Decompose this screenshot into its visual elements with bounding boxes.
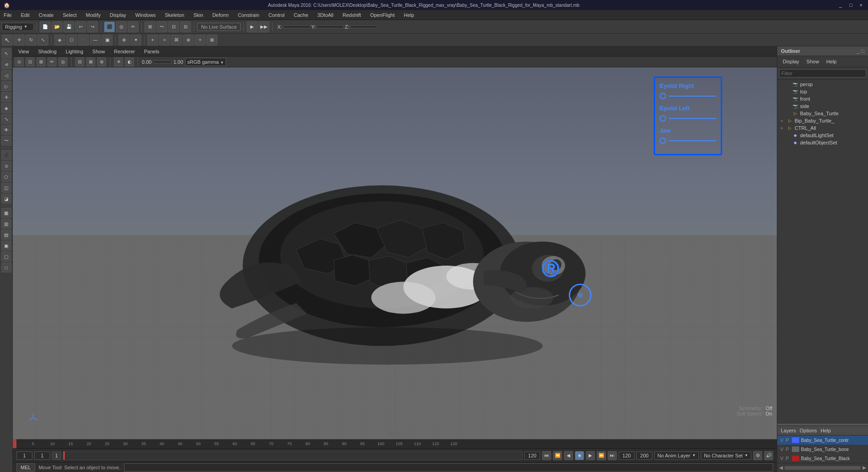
z-input[interactable]	[350, 26, 377, 28]
go-to-end-button[interactable]: ⏭	[608, 451, 617, 460]
menu-constrain[interactable]: Constrain	[236, 11, 261, 19]
rig-eyelid-left-slider[interactable]	[660, 115, 716, 122]
viewport-menu-show[interactable]: Show	[91, 48, 107, 55]
new-file-button[interactable]: 📄	[40, 21, 51, 32]
rotate-left-button[interactable]: ◈	[1, 103, 11, 113]
outliner-scroll-left[interactable]: ◀	[779, 465, 783, 471]
outliner-show-menu[interactable]: Show	[805, 58, 821, 65]
paint-select-left-button[interactable]: ◁	[1, 70, 11, 80]
menu-create[interactable]: Create	[37, 11, 56, 19]
frame-end-left-input[interactable]	[524, 451, 540, 460]
left-btn-render6[interactable]: □	[1, 262, 11, 272]
tree-item-side[interactable]: 📷 side	[777, 103, 868, 110]
left-btn-circle[interactable]: ⊙	[1, 161, 11, 171]
tool-btn-6[interactable]: ⊠	[207, 35, 217, 46]
layers-label[interactable]: Layers	[781, 428, 796, 433]
audio-button[interactable]: 🔊	[764, 451, 773, 460]
paint-select-button[interactable]: ✏	[128, 21, 139, 32]
timeline-scrub[interactable]	[63, 451, 522, 460]
show-manipulator-button[interactable]: ⊕	[119, 35, 129, 46]
menu-select[interactable]: Select	[61, 11, 79, 19]
gamma-select[interactable]: sRGB gamma ▼	[185, 58, 226, 66]
curve-tool-button[interactable]: 〜	[1, 136, 11, 146]
outliner-minimize[interactable]: _	[857, 48, 859, 54]
menu-windows[interactable]: Windows	[134, 11, 158, 19]
menu-modify[interactable]: Modify	[84, 11, 102, 19]
no-anim-layer-button[interactable]: No Anim Layer ▼	[654, 451, 699, 460]
redo-button[interactable]: ↪	[87, 21, 98, 32]
snap-point-button[interactable]: ⊡	[168, 21, 179, 32]
rig-eyelid-right-slider[interactable]	[660, 93, 716, 99]
menu-display[interactable]: Display	[108, 11, 128, 19]
vp-tool-2[interactable]: ⊡	[26, 57, 35, 67]
tree-item-front[interactable]: 📷 front	[777, 95, 868, 103]
x-input[interactable]	[283, 26, 310, 28]
minimize-button[interactable]: _	[837, 2, 844, 8]
outliner-scroll-right[interactable]: ▶	[863, 465, 866, 471]
tree-item-baby-sea-turtle[interactable]: ▷ Baby_Sea_Turtle	[777, 110, 868, 117]
tree-item-default-light-set[interactable]: ◆ defaultLightSet	[777, 132, 868, 139]
menu-file[interactable]: File	[2, 11, 14, 19]
left-btn-render4[interactable]: ▣	[1, 241, 11, 251]
outliner-search-input[interactable]	[779, 69, 866, 77]
snap-curve-button[interactable]: 〜	[156, 21, 167, 32]
maximize-button[interactable]: □	[847, 2, 854, 8]
vp-grid-button[interactable]: ⊟	[75, 57, 84, 67]
layer-item-control[interactable]: V P Baby_Sea_Turtle_contr	[777, 436, 868, 445]
menu-help[interactable]: Help	[402, 11, 416, 19]
outliner-maximize[interactable]: □	[861, 48, 864, 54]
outliner-help-menu[interactable]: Help	[825, 58, 839, 65]
left-btn-nurbs[interactable]: ◫	[1, 183, 11, 193]
tool-btn-3[interactable]: ⌘	[171, 35, 182, 46]
vp-shadow-button[interactable]: ◐	[125, 57, 134, 67]
layer-item-black[interactable]: V P Baby_Sea_Turtle_Black	[777, 454, 868, 463]
universal-manipulator-button[interactable]: ✦	[130, 35, 141, 46]
view-left-button[interactable]: 👁	[1, 125, 11, 135]
tree-item-persp[interactable]: 📷 persp	[777, 81, 868, 88]
vertex-mode-button[interactable]: ·	[78, 35, 89, 46]
move-left-button[interactable]: ✛	[1, 92, 11, 102]
edge-mode-button[interactable]: —	[90, 35, 101, 46]
left-btn-render2[interactable]: ▥	[1, 219, 11, 229]
tool-btn-4[interactable]: ⊛	[183, 35, 194, 46]
viewport-menu-renderer[interactable]: Renderer	[112, 48, 137, 55]
step-back-button[interactable]: ⏪	[553, 451, 562, 460]
no-live-surface-button[interactable]: No Live Surface	[197, 23, 241, 31]
snap-surface-button[interactable]: ⊟	[180, 21, 191, 32]
soft-select-button[interactable]: ◈	[54, 35, 65, 46]
select-button[interactable]: ↖	[1, 48, 11, 58]
move-tool-button[interactable]: ✛	[14, 35, 25, 46]
timeline-playhead[interactable]	[13, 439, 16, 448]
mel-input[interactable]	[124, 463, 773, 472]
tool-btn-1[interactable]: ⌖	[147, 35, 158, 46]
layers-help[interactable]: Help	[821, 428, 831, 433]
viewport-menu-shading[interactable]: Shading	[36, 48, 58, 55]
outliner-display-menu[interactable]: Display	[781, 58, 801, 65]
menu-edit[interactable]: Edit	[19, 11, 31, 19]
play-back-button[interactable]: ◀	[564, 451, 573, 460]
menu-redshift[interactable]: Redshift	[341, 11, 363, 19]
undo-button[interactable]: ↩	[75, 21, 86, 32]
vp-tool-5[interactable]: ◎	[58, 57, 67, 67]
layers-options[interactable]: Options	[800, 428, 817, 433]
left-btn-render5[interactable]: ▢	[1, 251, 11, 262]
go-to-start-button[interactable]: ⏮	[542, 451, 551, 460]
no-char-set-button[interactable]: No Character Set ▼	[701, 451, 751, 460]
render-sequence-button[interactable]: ▶▶	[258, 21, 269, 32]
box-select-button[interactable]: ▷	[1, 81, 11, 91]
tree-item-top[interactable]: 📷 top	[777, 88, 868, 95]
vp-tool-3[interactable]: ⊞	[36, 57, 46, 67]
stop-button[interactable]: ■	[575, 451, 584, 460]
vp-light-button[interactable]: ☀	[114, 57, 123, 67]
settings-button[interactable]: ⚙	[753, 451, 762, 460]
save-file-button[interactable]: 💾	[63, 21, 74, 32]
left-btn-poly[interactable]: ⬡	[1, 172, 11, 182]
viewport-3d-wrapper[interactable]: Ⓡ Eye	[13, 67, 777, 439]
rig-jaw-slider[interactable]	[660, 138, 716, 144]
play-forward-button[interactable]: ▶	[586, 451, 595, 460]
left-btn-render1[interactable]: ▦	[1, 208, 11, 218]
left-btn-box[interactable]: ⬛	[1, 150, 11, 160]
tree-item-ctrl-all[interactable]: + ▷ CTRL_All	[777, 124, 868, 132]
lasso-select-button[interactable]: ◎	[116, 21, 127, 32]
lasso-button[interactable]: ⊲	[1, 59, 11, 69]
